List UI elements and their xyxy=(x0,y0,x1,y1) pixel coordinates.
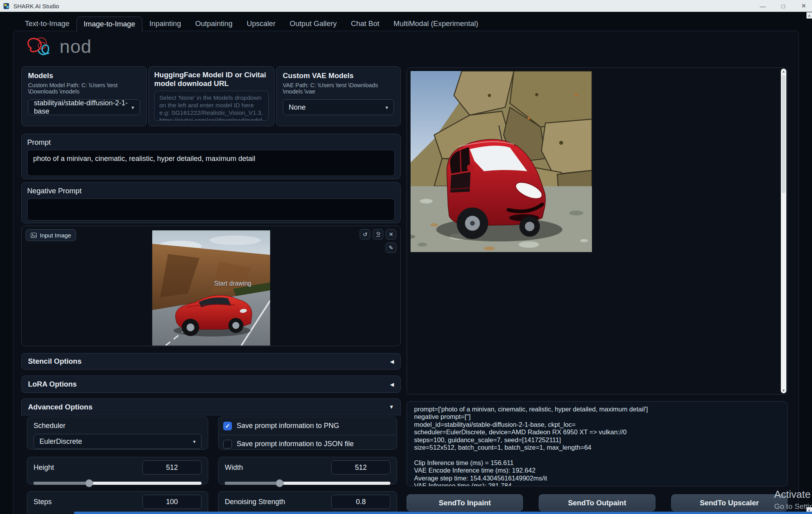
tab-inpainting[interactable]: Inpainting xyxy=(142,16,188,31)
image-toolbar: ↺ ✕ xyxy=(360,229,396,239)
height-value-input[interactable] xyxy=(142,460,202,475)
height-slider-thumb[interactable] xyxy=(85,479,93,487)
prompt-label: Prompt xyxy=(27,138,395,147)
chevron-down-icon: ▾ xyxy=(131,105,134,110)
tab-bar: Text-to-Image Image-to-Image Inpainting … xyxy=(18,18,485,31)
models-label: Models xyxy=(28,71,140,80)
scheduler-group: Scheduler EulerDiscrete ▾ xyxy=(27,417,208,450)
height-slider[interactable] xyxy=(34,482,202,485)
app-icon xyxy=(3,3,10,9)
height-label: Height xyxy=(34,464,54,472)
save-png-label: Save prompt information to PNG xyxy=(237,422,339,430)
input-image-group: Input Image ↺ ✕ ✎ xyxy=(21,226,401,346)
denoising-group: Denoising Strength xyxy=(218,491,397,514)
window-title: SHARK AI Studio xyxy=(13,3,59,9)
width-group: Width xyxy=(218,457,397,484)
hf-model-label: HuggingFace Model ID or Civitai model do… xyxy=(154,71,269,88)
height-group: Height xyxy=(27,457,208,484)
prompt-group: Prompt photo of a minivan, cinematic, re… xyxy=(21,134,401,179)
steps-label: Steps xyxy=(34,498,52,506)
save-json-row[interactable]: ✓ Save prompt information to JSON file xyxy=(218,435,397,453)
chevron-left-icon: ◀ xyxy=(390,359,394,364)
generation-log-text: prompt=['photo of a minivan, cinematic, … xyxy=(414,406,780,486)
output-panel-scrollbar[interactable]: ▲ ▼ xyxy=(781,69,786,393)
tab-text-to-image[interactable]: Text-to-Image xyxy=(18,16,77,31)
send-to-actions: SendTo Inpaint SendTo Outpaint SendTo Up… xyxy=(407,494,788,511)
start-drawing-overlay: Start drawing xyxy=(214,280,251,287)
vae-group: Custom VAE Models VAE Path: C: \Users \t… xyxy=(276,66,401,126)
tab-chat-bot[interactable]: Chat Bot xyxy=(344,16,386,31)
window-scroll-up-icon[interactable]: ▲ xyxy=(806,12,812,19)
advanced-options-accordion[interactable]: Advanced Options ▼ xyxy=(21,398,401,415)
title-bar: SHARK AI Studio — □ ✕ xyxy=(0,0,812,12)
minimize-button[interactable]: — xyxy=(757,3,769,9)
generated-output-image[interactable] xyxy=(411,71,592,252)
chevron-down-icon: ▼ xyxy=(389,404,394,410)
models-path: Custom Model Path: C: \Users \test \Down… xyxy=(28,82,140,95)
scheduler-dropdown[interactable]: EulerDiscrete ▾ xyxy=(34,434,202,449)
input-image-tab[interactable]: Input Image xyxy=(26,229,76,241)
vae-label: Custom VAE Models xyxy=(283,71,394,80)
scrollbar-thumb[interactable] xyxy=(782,75,786,193)
negative-prompt-label: Negative Prompt xyxy=(27,187,395,195)
tab-multimodal[interactable]: MultiModal (Experimental) xyxy=(386,16,485,31)
shark-ai-studio-window: SHARK AI Studio — □ ✕ Text-to-Image Imag… xyxy=(0,0,812,514)
clear-image-icon[interactable]: ✕ xyxy=(386,229,396,239)
denoising-label: Denoising Strength xyxy=(225,498,285,506)
lora-options-label: LoRA Options xyxy=(28,380,77,389)
width-slider-thumb[interactable] xyxy=(276,479,284,487)
nod-logo-text: nod xyxy=(60,37,91,56)
tab-upscaler[interactable]: Upscaler xyxy=(240,16,283,31)
chevron-left-icon: ◀ xyxy=(390,381,394,387)
image-icon xyxy=(31,233,37,238)
steps-group: Steps xyxy=(27,491,208,514)
chevron-down-icon: ▾ xyxy=(385,105,388,110)
models-dropdown[interactable]: stabilityai/stable-diffusion-2-1-base ▾ xyxy=(28,99,140,115)
watermark-line1: Activate Wi xyxy=(774,488,812,501)
chevron-down-icon: ▾ xyxy=(193,439,196,445)
models-dropdown-value: stabilityai/stable-diffusion-2-1-base xyxy=(34,99,131,116)
send-to-outpaint-button[interactable]: SendTo Outpaint xyxy=(539,494,655,511)
save-json-checkbox[interactable]: ✓ xyxy=(223,440,232,449)
save-png-row[interactable]: ✓ Save prompt information to PNG xyxy=(218,417,397,435)
hf-model-input[interactable] xyxy=(154,91,269,121)
width-value-input[interactable] xyxy=(331,460,390,475)
lora-options-accordion[interactable]: LoRA Options ◀ xyxy=(21,376,401,393)
close-button[interactable]: ✕ xyxy=(798,2,810,9)
steps-value-input[interactable] xyxy=(142,495,202,509)
scheduler-dropdown-value: EulerDiscrete xyxy=(39,437,82,446)
maximize-button[interactable]: □ xyxy=(777,3,789,9)
tab-output-gallery[interactable]: Output Gallery xyxy=(283,16,344,31)
send-to-inpaint-button[interactable]: SendTo Inpaint xyxy=(407,494,523,511)
denoising-value-input[interactable] xyxy=(331,495,390,509)
input-image-canvas[interactable] xyxy=(152,230,270,346)
hf-model-group: HuggingFace Model ID or Civitai model do… xyxy=(148,66,274,126)
scroll-down-icon[interactable]: ▼ xyxy=(781,389,786,393)
prompt-input[interactable]: photo of a minivan, cinematic, realistic… xyxy=(27,150,395,176)
vae-path: VAE Path: C: \Users \test \Downloads \mo… xyxy=(283,82,394,95)
tab-outpainting[interactable]: Outpainting xyxy=(188,16,240,31)
eraser-icon[interactable] xyxy=(373,229,383,239)
models-group: Models Custom Model Path: C: \Users \tes… xyxy=(21,66,147,126)
nod-logo: nod xyxy=(25,34,91,58)
scheduler-label: Scheduler xyxy=(34,422,202,430)
vae-dropdown[interactable]: None ▾ xyxy=(283,99,394,115)
taskbar-edge xyxy=(74,512,812,514)
save-json-label: Save prompt information to JSON file xyxy=(237,440,354,448)
stencil-options-accordion[interactable]: Stencil Options ◀ xyxy=(21,353,401,370)
scroll-up-icon[interactable]: ▲ xyxy=(781,69,786,73)
stencil-options-label: Stencil Options xyxy=(28,357,82,366)
advanced-options-label: Advanced Options xyxy=(28,403,92,411)
generation-log-box[interactable]: prompt=['photo of a minivan, cinematic, … xyxy=(407,401,788,486)
save-png-checkbox[interactable]: ✓ xyxy=(223,422,232,430)
save-options-group: ✓ Save prompt information to PNG ✓ Save … xyxy=(218,417,397,450)
draw-brush-icon[interactable]: ✎ xyxy=(386,243,396,253)
send-to-upscaler-button[interactable]: SendTo Upscaler xyxy=(671,494,788,511)
tab-image-to-image[interactable]: Image-to-Image xyxy=(77,17,142,32)
undo-icon[interactable]: ↺ xyxy=(360,229,370,239)
width-slider[interactable] xyxy=(225,482,390,485)
input-image-tab-label: Input Image xyxy=(40,232,71,239)
vae-dropdown-value: None xyxy=(289,103,306,112)
negative-prompt-input[interactable] xyxy=(27,198,395,221)
width-label: Width xyxy=(225,464,243,472)
